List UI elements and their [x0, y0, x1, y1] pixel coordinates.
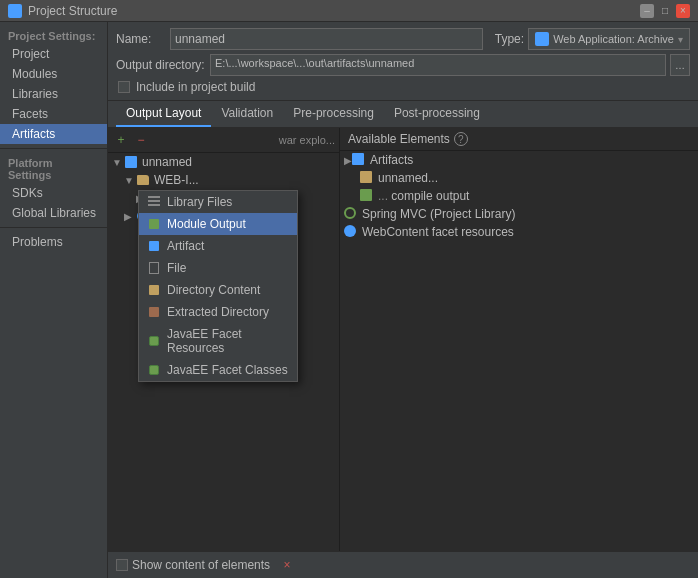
window-controls: – □ × [640, 4, 690, 18]
sidebar-sep-1 [0, 148, 107, 149]
dropdown-module-output[interactable]: Module Output [139, 213, 297, 235]
sidebar-item-problems[interactable]: Problems [0, 232, 107, 252]
sidebar-item-artifacts[interactable]: Artifacts [0, 124, 107, 144]
dropdown-artifact[interactable]: Artifact [139, 235, 297, 257]
artifacts-group-icon [352, 153, 366, 167]
tree-pane-inner: + − war explo... ▼ unnamed [108, 128, 339, 225]
include-build-label: Include in project build [136, 80, 255, 94]
extracted-directory-icon [147, 305, 161, 319]
title-bar: Project Structure – □ × [0, 0, 698, 22]
tree-item-web-inf[interactable]: ▼ WEB-I... [108, 171, 339, 189]
split-pane: + − war explo... ▼ unnamed [108, 128, 698, 551]
avail-webcontent-facet-label: WebContent facet resources [362, 225, 514, 239]
tree-item-web-inf-label: WEB-I... [154, 173, 199, 187]
library-files-icon [147, 195, 161, 209]
dropdown-library-files[interactable]: Library Files [139, 191, 297, 213]
available-elements-tree: ▶ Artifacts unnamed... [340, 151, 698, 551]
tab-output-layout[interactable]: Output Layout [116, 101, 211, 127]
minimize-button[interactable]: – [640, 4, 654, 18]
sidebar-item-libraries[interactable]: Libraries [0, 84, 107, 104]
show-content-checkbox[interactable] [116, 559, 128, 571]
name-input[interactable] [170, 28, 483, 50]
output-row: Output directory: E:\...\workspace\...\o… [116, 54, 690, 76]
sidebar-sep-2 [0, 227, 107, 228]
tree-pane: + − war explo... ▼ unnamed [108, 128, 340, 551]
module-output-icon [147, 217, 161, 231]
javaee-facet-classes-icon [147, 363, 161, 377]
app-icon [8, 4, 22, 18]
svg-rect-2 [148, 204, 160, 206]
tree-item-unnamed[interactable]: ▼ unnamed [108, 153, 339, 171]
delete-button[interactable]: × [278, 556, 296, 574]
tab-validation[interactable]: Validation [211, 101, 283, 127]
available-elements-header: Available Elements ? [340, 128, 698, 151]
type-text: Web Application: Archive [553, 33, 674, 45]
javaee-facet-resources-label: JavaEE Facet Resources [167, 327, 289, 355]
maximize-button[interactable]: □ [658, 4, 672, 18]
sidebar-item-sdks[interactable]: SDKs [0, 183, 107, 203]
tab-post-processing[interactable]: Post-processing [384, 101, 490, 127]
dropdown-file[interactable]: File [139, 257, 297, 279]
tree-item-unnamed-label: unnamed [142, 155, 192, 169]
dropdown-extracted-directory[interactable]: Extracted Directory [139, 301, 297, 323]
type-selector[interactable]: Web Application: Archive ▾ [528, 28, 690, 50]
file-label: File [167, 261, 186, 275]
compile-output-icon [360, 189, 374, 203]
webcontent-facet-icon [344, 225, 358, 239]
sidebar-item-project[interactable]: Project [0, 44, 107, 64]
title-text: Project Structure [28, 4, 640, 18]
close-button[interactable]: × [676, 4, 690, 18]
javaee-facet-classes-label: JavaEE Facet Classes [167, 363, 288, 377]
library-files-label: Library Files [167, 195, 232, 209]
available-elements-title: Available Elements [348, 132, 450, 146]
include-build-checkbox[interactable] [118, 81, 130, 93]
dropdown-directory-content[interactable]: Directory Content [139, 279, 297, 301]
help-icon[interactable]: ? [454, 132, 468, 146]
sidebar-item-modules[interactable]: Modules [0, 64, 107, 84]
artifact-label: Artifact [167, 239, 204, 253]
show-content-checkbox-row: Show content of elements [116, 558, 270, 572]
avail-compile-output-label: ... compile output [378, 189, 469, 203]
add-button[interactable]: + [112, 131, 130, 149]
avail-artifacts-group[interactable]: ▶ Artifacts [340, 151, 698, 169]
remove-button[interactable]: − [132, 131, 150, 149]
avail-unnamed-war[interactable]: unnamed... [340, 169, 698, 187]
sidebar-item-global-libraries[interactable]: Global Libraries [0, 203, 107, 223]
artifact-dd-icon [147, 239, 161, 253]
tab-pre-processing[interactable]: Pre-processing [283, 101, 384, 127]
avail-artifacts-label: Artifacts [370, 153, 413, 167]
avail-unnamed-war-label: unnamed... [378, 171, 438, 185]
avail-webcontent-facet[interactable]: WebContent facet resources [340, 223, 698, 241]
dropdown-javaee-facet-classes[interactable]: JavaEE Facet Classes [139, 359, 297, 381]
project-settings-label: Project Settings: [0, 26, 107, 44]
war-icon [360, 171, 374, 185]
bottom-bar: Show content of elements × [108, 551, 698, 578]
dropdown-menu: Library Files Module Output [138, 190, 298, 382]
name-row: Name: Type: Web Application: Archive ▾ [116, 28, 690, 50]
sidebar-item-facets[interactable]: Facets [0, 104, 107, 124]
artifact-icon [124, 155, 138, 169]
output-path: E:\...\workspace\...\out\artifacts\unnam… [210, 54, 666, 76]
output-label: Output directory: [116, 58, 206, 72]
avail-spring-mvc[interactable]: Spring MVC (Project Library) [340, 205, 698, 223]
spring-mvc-icon [344, 207, 358, 221]
output-browse-button[interactable]: … [670, 54, 690, 76]
directory-content-icon [147, 283, 161, 297]
svg-rect-0 [148, 196, 160, 198]
type-dropdown-arrow[interactable]: ▾ [678, 34, 683, 45]
javaee-facet-resources-icon [147, 334, 161, 348]
avail-spring-mvc-label: Spring MVC (Project Library) [362, 207, 515, 221]
file-dd-icon [147, 261, 161, 275]
include-build-row: Include in project build [116, 80, 690, 94]
extracted-directory-label: Extracted Directory [167, 305, 269, 319]
tree-toolbar: + − war explo... [108, 128, 339, 153]
sidebar: Project Settings: Project Modules Librar… [0, 22, 108, 578]
type-label: Type: [495, 32, 524, 46]
dropdown-javaee-facet-resources[interactable]: JavaEE Facet Resources [139, 323, 297, 359]
directory-content-label: Directory Content [167, 283, 260, 297]
avail-compile-output[interactable]: ... compile output [340, 187, 698, 205]
name-label: Name: [116, 32, 166, 46]
show-content-label: Show content of elements [132, 558, 270, 572]
artifact-type-label: war explo... [279, 134, 335, 146]
svg-rect-1 [148, 200, 160, 202]
